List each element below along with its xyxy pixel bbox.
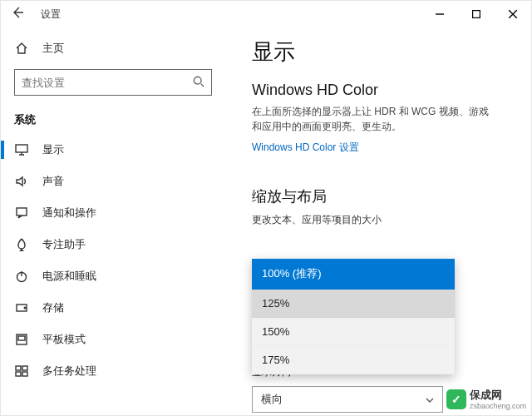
notification-icon <box>14 206 29 220</box>
focus-icon <box>14 238 29 251</box>
sidebar-item-label: 通知和操作 <box>42 206 96 220</box>
sidebar-item-power[interactable]: 电源和睡眠 <box>1 260 225 292</box>
close-button[interactable] <box>495 2 531 27</box>
page-title: 显示 <box>252 37 505 67</box>
settings-window: 设置 主页 系统 显示 <box>0 0 532 416</box>
sidebar-item-label: 电源和睡眠 <box>42 269 96 284</box>
scale-dropdown: 100% (推荐) 125% 150% 175% <box>252 259 455 374</box>
multitask-icon <box>14 364 29 378</box>
svg-rect-10 <box>22 366 27 370</box>
sidebar-item-storage[interactable]: 存储 <box>1 292 225 324</box>
svg-point-6 <box>24 307 26 309</box>
sound-icon <box>14 175 29 188</box>
home-link[interactable]: 主页 <box>1 34 225 62</box>
search-box[interactable] <box>14 69 212 96</box>
search-icon <box>193 76 204 90</box>
svg-point-1 <box>194 77 201 84</box>
sidebar-item-label: 声音 <box>42 174 64 189</box>
maximize-button[interactable] <box>458 2 495 27</box>
back-button[interactable] <box>7 2 27 26</box>
dropdown-option[interactable]: 150% <box>252 318 455 346</box>
titlebar-left: 设置 <box>7 2 61 26</box>
search-input[interactable] <box>22 77 193 89</box>
svg-rect-3 <box>17 208 27 215</box>
home-label: 主页 <box>42 41 64 56</box>
storage-icon <box>14 301 29 314</box>
svg-rect-12 <box>22 372 27 376</box>
window-controls <box>421 2 531 27</box>
svg-rect-9 <box>16 366 21 370</box>
watermark: ✓ 保成网 zsbaocheng.com <box>446 388 526 410</box>
tablet-icon <box>14 333 29 346</box>
sidebar-item-focus-assist[interactable]: 专注助手 <box>1 229 225 260</box>
sidebar-item-tablet[interactable]: 平板模式 <box>1 324 225 355</box>
svg-rect-8 <box>18 336 25 340</box>
sidebar-item-label: 显示 <box>42 142 64 157</box>
sidebar-item-notifications[interactable]: 通知和操作 <box>1 197 225 229</box>
watermark-badge-icon: ✓ <box>446 389 466 409</box>
hd-color-link[interactable]: Windows HD Color 设置 <box>252 141 359 155</box>
sidebar-item-sound[interactable]: 声音 <box>1 166 225 197</box>
window-title: 设置 <box>41 7 61 22</box>
hd-color-heading: Windows HD Color <box>252 82 505 99</box>
svg-rect-11 <box>16 372 21 376</box>
watermark-brand: 保成网 <box>470 389 502 401</box>
sidebar-item-label: 平板模式 <box>42 332 86 347</box>
dropdown-option[interactable]: 100% (推荐) <box>252 259 455 290</box>
scale-label: 更改文本、应用等项目的大小 <box>252 213 505 227</box>
minimize-button[interactable] <box>421 2 458 27</box>
orientation-select[interactable]: 横向 <box>252 386 443 413</box>
svg-rect-0 <box>473 11 480 18</box>
sidebar: 主页 系统 显示 声音 通知和操作 <box>1 27 225 415</box>
home-icon <box>14 42 29 55</box>
sidebar-item-multitask[interactable]: 多任务处理 <box>1 355 225 387</box>
category-header: 系统 <box>1 102 225 134</box>
sidebar-item-label: 存储 <box>42 300 64 315</box>
nav-list: 显示 声音 通知和操作 专注助手 电源和睡眠 <box>1 134 225 415</box>
power-icon <box>14 270 29 283</box>
main-panel: 显示 Windows HD Color 在上面所选择的显示器上让 HDR 和 W… <box>225 27 531 415</box>
orientation-value: 横向 <box>261 392 283 407</box>
svg-rect-2 <box>16 145 27 152</box>
dropdown-option[interactable]: 125% <box>252 290 455 318</box>
chevron-down-icon <box>426 395 434 404</box>
sidebar-item-label: 专注助手 <box>42 237 86 252</box>
content: 主页 系统 显示 声音 通知和操作 <box>1 27 531 415</box>
watermark-text: 保成网 zsbaocheng.com <box>470 388 526 410</box>
sidebar-item-label: 多任务处理 <box>42 364 96 379</box>
monitor-icon <box>14 143 29 156</box>
titlebar: 设置 <box>1 1 531 27</box>
scale-heading: 缩放与布局 <box>252 186 505 206</box>
watermark-url: zsbaocheng.com <box>470 403 526 410</box>
hd-color-desc: 在上面所选择的显示器上让 HDR 和 WCG 视频、游戏和应用中的画面更明亮、更… <box>252 104 493 134</box>
sidebar-item-display[interactable]: 显示 <box>1 134 225 166</box>
dropdown-option[interactable]: 175% <box>252 346 455 374</box>
